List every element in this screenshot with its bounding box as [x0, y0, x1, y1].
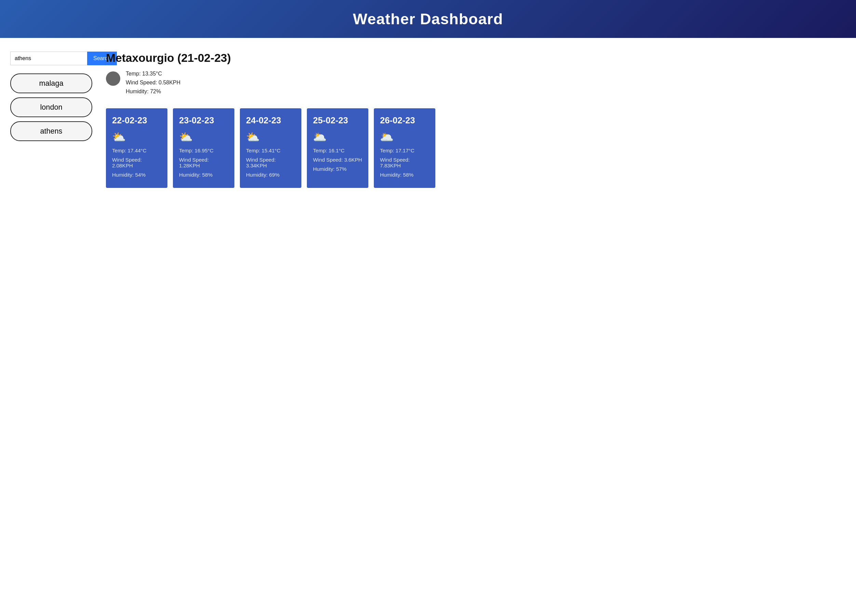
forecast-date-1: 23-02-23 [179, 115, 228, 126]
city-item-athens[interactable]: athens [10, 121, 92, 141]
forecast-humidity-2: Humidity: 69% [246, 172, 295, 178]
forecast-icon-1: ⛅ [179, 131, 228, 143]
search-row: Search [10, 52, 92, 65]
current-weather: Temp: 13.35°C Wind Speed: 0.58KPH Humidi… [106, 71, 846, 95]
forecast-temp-2: Temp: 15.41°C [246, 148, 295, 153]
main-content: Search malaga london athens Metaxourgio … [0, 38, 856, 198]
forecast-date-3: 25-02-23 [313, 115, 362, 126]
forecast-humidity-1: Humidity: 58% [179, 172, 228, 178]
forecast-card-2: 24-02-23 ⛅ Temp: 15.41°C Wind Speed: 3.3… [240, 108, 302, 188]
forecast-card-1: 23-02-23 ⛅ Temp: 16.95°C Wind Speed: 1.2… [173, 108, 234, 188]
search-input[interactable] [10, 52, 87, 65]
forecast-icon-0: ⛅ [112, 131, 161, 143]
forecast-date-0: 22-02-23 [112, 115, 161, 126]
city-item-london[interactable]: london [10, 97, 92, 117]
app-header: Weather Dashboard [0, 0, 856, 38]
sidebar: Search malaga london athens [10, 52, 92, 188]
current-wind-speed: Wind Speed: 0.58KPH [126, 80, 180, 86]
forecast-row: 22-02-23 ⛅ Temp: 17.44°C Wind Speed: 2.0… [106, 108, 846, 188]
forecast-humidity-3: Humidity: 57% [313, 166, 362, 172]
forecast-icon-2: ⛅ [246, 131, 295, 143]
forecast-wind-4: Wind Speed: 7.83KPH [380, 157, 429, 168]
forecast-wind-2: Wind Speed: 3.34KPH [246, 157, 295, 168]
forecast-card-0: 22-02-23 ⛅ Temp: 17.44°C Wind Speed: 2.0… [106, 108, 168, 188]
forecast-card-3: 25-02-23 🌥️ Temp: 16.1°C Wind Speed: 3.6… [307, 108, 368, 188]
city-list: malaga london athens [10, 74, 92, 141]
current-location-title: Metaxourgio (21-02-23) [106, 52, 846, 65]
city-item-malaga[interactable]: malaga [10, 74, 92, 93]
forecast-temp-0: Temp: 17.44°C [112, 148, 161, 153]
current-stats: Temp: 13.35°C Wind Speed: 0.58KPH Humidi… [126, 71, 180, 95]
current-humidity: Humidity: 72% [126, 88, 180, 95]
forecast-temp-4: Temp: 17.17°C [380, 148, 429, 153]
forecast-temp-3: Temp: 16.1°C [313, 148, 362, 153]
current-temp: Temp: 13.35°C [126, 71, 180, 77]
forecast-wind-1: Wind Speed: 1.28KPH [179, 157, 228, 168]
forecast-temp-1: Temp: 16.95°C [179, 148, 228, 153]
forecast-card-4: 26-02-23 🌥️ Temp: 17.17°C Wind Speed: 7.… [374, 108, 435, 188]
forecast-wind-3: Wind Speed: 3.6KPH [313, 157, 362, 163]
forecast-icon-3: 🌥️ [313, 131, 362, 143]
forecast-humidity-4: Humidity: 58% [380, 172, 429, 178]
forecast-date-2: 24-02-23 [246, 115, 295, 126]
forecast-date-4: 26-02-23 [380, 115, 429, 126]
forecast-wind-0: Wind Speed: 2.08KPH [112, 157, 161, 168]
current-weather-icon [106, 71, 120, 86]
app-title: Weather Dashboard [7, 10, 849, 28]
forecast-humidity-0: Humidity: 54% [112, 172, 161, 178]
weather-panel: Metaxourgio (21-02-23) Temp: 13.35°C Win… [106, 52, 846, 188]
forecast-icon-4: 🌥️ [380, 131, 429, 143]
